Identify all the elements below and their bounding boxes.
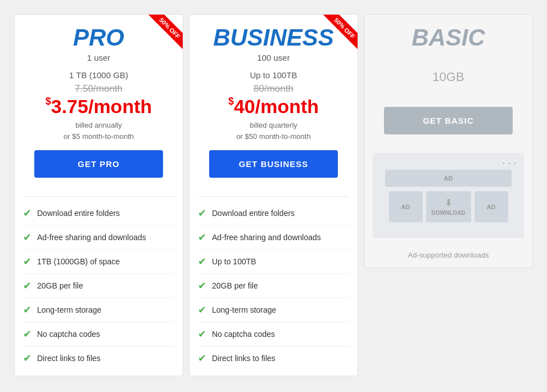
ad-preview-illustration: • • • AD AD ⬇ DOWNLOAD AD bbox=[373, 154, 524, 238]
business-billing-line2: or $50 month-to-month bbox=[236, 132, 310, 141]
pro-plan-storage: 1 TB (1000 GB) bbox=[26, 70, 171, 80]
basic-storage-label: 10GB bbox=[376, 53, 521, 107]
feature-label: Download entire folders bbox=[37, 209, 120, 218]
check-icon: ✔ bbox=[198, 328, 206, 340]
list-item: ✔ Direct links to files bbox=[198, 346, 349, 370]
list-item: ✔ Download entire folders bbox=[23, 201, 174, 226]
pro-ribbon: 50% OFF bbox=[138, 15, 183, 60]
check-icon: ✔ bbox=[23, 328, 31, 340]
ad-side-left: AD bbox=[389, 191, 423, 222]
pro-billing-line2: or $5 month-to-month bbox=[64, 132, 134, 141]
ad-download-btn: ⬇ DOWNLOAD bbox=[426, 191, 471, 222]
feature-label: Direct links to files bbox=[212, 354, 275, 363]
business-plan-storage: Up to 100TB bbox=[201, 70, 346, 80]
check-icon: ✔ bbox=[23, 280, 31, 292]
pro-original-price: 7.50/month bbox=[26, 83, 171, 94]
pro-price-value: 3.75 bbox=[51, 96, 88, 117]
basic-card-header: BASIC 10GB GET BASIC bbox=[364, 15, 532, 153]
list-item: ✔ Ad-free sharing and downloads bbox=[23, 226, 174, 250]
check-icon: ✔ bbox=[23, 255, 31, 268]
basic-plan-title: BASIC bbox=[376, 26, 521, 49]
feature-label: Ad-free sharing and downloads bbox=[37, 233, 146, 242]
feature-label: No captcha codes bbox=[212, 330, 275, 339]
business-feature-list: ✔ Download entire folders ✔ Ad-free shar… bbox=[189, 197, 358, 376]
check-icon: ✔ bbox=[23, 352, 31, 364]
business-card-header: 50% OFF BUSINESS 100 user Up to 100TB 80… bbox=[189, 15, 358, 196]
basic-plan-card: BASIC 10GB GET BASIC • • • AD AD ⬇ DOWNL… bbox=[364, 14, 533, 268]
feature-label: 20GB per file bbox=[37, 281, 83, 290]
check-icon: ✔ bbox=[198, 207, 206, 219]
feature-label: Long-term storage bbox=[212, 305, 276, 314]
feature-label: Download entire folders bbox=[212, 209, 295, 218]
ad-side-right: AD bbox=[474, 191, 508, 222]
list-item: ✔ Up to 100TB bbox=[198, 250, 349, 274]
ad-banner-top: AD bbox=[385, 170, 512, 187]
ad-dots: • • • bbox=[379, 160, 517, 166]
list-item: ✔ No captcha codes bbox=[198, 322, 349, 346]
pro-price-suffix: /month bbox=[88, 96, 152, 117]
feature-label: 20GB per file bbox=[212, 281, 258, 290]
feature-label: Up to 100TB bbox=[212, 257, 256, 266]
check-icon: ✔ bbox=[198, 255, 206, 268]
pro-feature-list: ✔ Download entire folders ✔ Ad-free shar… bbox=[15, 197, 183, 376]
download-btn-label: DOWNLOAD bbox=[432, 210, 465, 216]
business-ribbon-label: 50% OFF bbox=[323, 15, 358, 50]
list-item: ✔ Download entire folders bbox=[198, 201, 349, 226]
list-item: ✔ Ad-free sharing and downloads bbox=[198, 226, 349, 250]
business-price-value: 40 bbox=[234, 96, 255, 117]
check-icon: ✔ bbox=[198, 280, 206, 292]
feature-label: No captcha codes bbox=[37, 330, 100, 339]
check-icon: ✔ bbox=[198, 231, 206, 244]
check-icon: ✔ bbox=[23, 231, 31, 244]
check-icon: ✔ bbox=[198, 352, 206, 364]
get-basic-button[interactable]: GET BASIC bbox=[384, 107, 513, 134]
business-billing: billed quarterly or $50 month-to-month bbox=[201, 120, 346, 142]
check-icon: ✔ bbox=[23, 207, 31, 219]
list-item: ✔ Long-term storage bbox=[198, 298, 349, 322]
pricing-container: 50% OFF PRO 1 user 1 TB (1000 GB) 7.50/m… bbox=[6, 6, 541, 385]
feature-label: 1TB (1000GB) of space bbox=[37, 257, 120, 266]
feature-label: Ad-free sharing and downloads bbox=[212, 233, 321, 242]
pro-card-header: 50% OFF PRO 1 user 1 TB (1000 GB) 7.50/m… bbox=[15, 15, 183, 196]
business-price-suffix: /month bbox=[255, 96, 319, 117]
pro-price-symbol: $ bbox=[46, 96, 51, 107]
feature-label: Direct links to files bbox=[37, 354, 101, 363]
list-item: ✔ Direct links to files bbox=[23, 346, 174, 370]
list-item: ✔ Long-term storage bbox=[23, 298, 174, 322]
pro-ribbon-label: 50% OFF bbox=[148, 15, 183, 50]
feature-label: Long-term storage bbox=[37, 305, 101, 314]
check-icon: ✔ bbox=[23, 304, 31, 316]
business-ribbon: 50% OFF bbox=[313, 15, 358, 60]
pro-current-price: $3.75/month bbox=[26, 96, 171, 118]
pro-billing: billed annually or $5 month-to-month bbox=[26, 120, 171, 142]
list-item: ✔ 20GB per file bbox=[198, 274, 349, 298]
list-item: ✔ No captcha codes bbox=[23, 322, 174, 346]
pro-plan-card: 50% OFF PRO 1 user 1 TB (1000 GB) 7.50/m… bbox=[14, 14, 183, 376]
check-icon: ✔ bbox=[198, 304, 206, 316]
ad-row: AD ⬇ DOWNLOAD AD bbox=[379, 191, 517, 222]
list-item: ✔ 20GB per file bbox=[23, 274, 174, 298]
pro-billing-line1: billed annually bbox=[75, 121, 121, 129]
business-plan-card: 50% OFF BUSINESS 100 user Up to 100TB 80… bbox=[189, 14, 358, 376]
business-original-price: 80/month bbox=[201, 83, 346, 94]
business-billing-line1: billed quarterly bbox=[250, 121, 297, 129]
get-pro-button[interactable]: GET PRO bbox=[34, 150, 163, 178]
download-icon: ⬇ bbox=[445, 197, 452, 208]
business-current-price: $40/month bbox=[201, 96, 346, 118]
ad-supported-label: Ad-supported downloads bbox=[364, 246, 532, 268]
list-item: ✔ 1TB (1000GB) of space bbox=[23, 250, 174, 274]
get-business-button[interactable]: GET BUSINESS bbox=[209, 150, 338, 178]
business-price-symbol: $ bbox=[228, 96, 234, 107]
